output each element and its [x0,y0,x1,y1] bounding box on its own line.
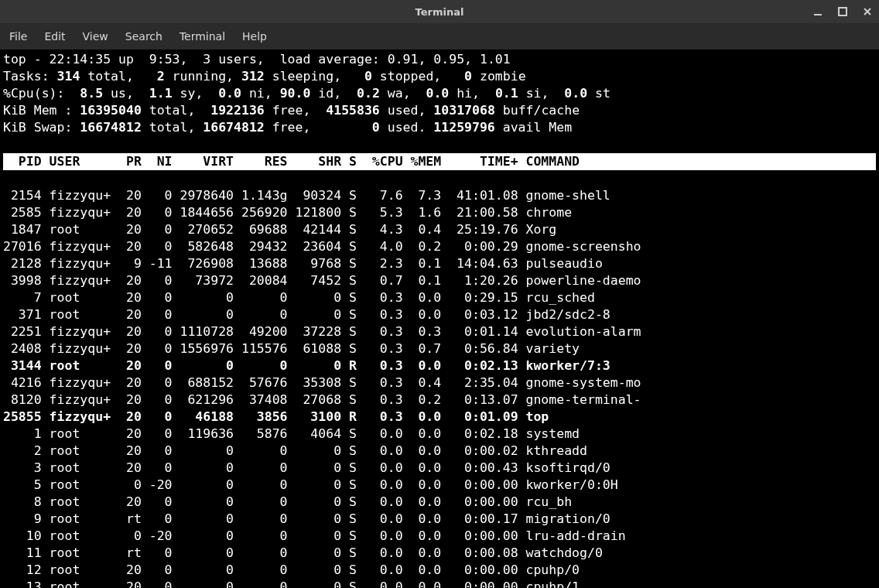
close-icon[interactable] [862,6,873,17]
process-table-header: PID USER PR NI VIRT RES SHR S %CPU %MEM … [3,153,876,170]
menu-view[interactable]: View [83,30,108,43]
process-row: 13 root 20 0 0 0 0 S 0.0 0.0 0:00.00 cpu… [3,579,580,588]
process-row: 8120 fizzyqu+ 20 0 621296 37408 27068 S … [3,392,641,407]
menu-terminal[interactable]: Terminal [180,30,225,43]
window-title: Terminal [416,6,464,18]
svg-rect-1 [839,8,847,15]
top-summary-mem: KiB Mem : 16395040 total, 1922136 free, … [3,103,580,118]
svg-rect-0 [814,14,822,15]
process-row: 2128 fizzyqu+ 9 -11 726908 13688 9768 S … [3,256,603,271]
top-summary-cpu: %Cpu(s): 8.5 us, 1.1 sy, 0.0 ni, 90.0 id… [3,86,611,101]
process-row: 3 root 20 0 0 0 0 S 0.0 0.0 0:00.43 ksof… [3,460,611,475]
menu-file[interactable]: File [9,30,27,43]
terminal-viewport[interactable]: top - 22:14:35 up 9:53, 3 users, load av… [0,50,879,588]
top-summary-line1: top - 22:14:35 up 9:53, 3 users, load av… [3,52,511,67]
minimize-icon[interactable] [812,6,823,17]
menu-search[interactable]: Search [125,30,162,43]
process-row: 2251 fizzyqu+ 20 0 1110728 49200 37228 S… [3,324,641,339]
process-row: 5 root 0 -20 0 0 0 S 0.0 0.0 0:00.00 kwo… [3,477,618,492]
process-row: 2 root 20 0 0 0 0 S 0.0 0.0 0:00.02 kthr… [3,443,587,458]
top-summary-tasks: Tasks: 314 total, 2 running, 312 sleepin… [3,69,526,84]
process-row: 1 root 20 0 119636 5876 4064 S 0.0 0.0 0… [3,426,580,441]
process-row: 12 root 20 0 0 0 0 S 0.0 0.0 0:00.00 cpu… [3,562,580,577]
process-row: 371 root 20 0 0 0 0 S 0.3 0.0 0:03.12 jb… [3,307,611,322]
top-summary-swap: KiB Swap: 16674812 total, 16674812 free,… [3,120,580,135]
process-table-body: 2154 fizzyqu+ 20 0 2978640 1.143g 90324 … [3,188,641,588]
maximize-icon[interactable] [837,6,848,17]
window-controls [812,6,873,17]
window-titlebar: Terminal [0,0,879,23]
process-row: 7 root 20 0 0 0 0 S 0.3 0.0 0:29.15 rcu_… [3,290,595,305]
process-row: 9 root rt 0 0 0 0 S 0.0 0.0 0:00.17 migr… [3,511,611,526]
process-row: 1847 root 20 0 270652 69688 42144 S 4.3 … [3,222,556,237]
process-row: 3144 root 20 0 0 0 0 R 0.3 0.0 0:02.13 k… [3,358,611,373]
process-row: 2585 fizzyqu+ 20 0 1844656 256920 121800… [3,205,572,220]
process-row: 4216 fizzyqu+ 20 0 688152 57676 35308 S … [3,375,641,390]
menu-help[interactable]: Help [242,30,267,43]
process-row: 11 root rt 0 0 0 0 S 0.0 0.0 0:00.08 wat… [3,545,603,560]
menubar: File Edit View Search Terminal Help [0,23,879,50]
process-row: 25855 fizzyqu+ 20 0 46188 3856 3100 R 0.… [3,409,549,424]
process-row: 10 root 0 -20 0 0 0 S 0.0 0.0 0:00.00 lr… [3,528,626,543]
process-row: 27016 fizzyqu+ 20 0 582648 29432 23604 S… [3,239,641,254]
process-row: 2154 fizzyqu+ 20 0 2978640 1.143g 90324 … [3,188,611,203]
process-row: 8 root 20 0 0 0 0 S 0.0 0.0 0:00.00 rcu_… [3,494,572,509]
process-row: 2408 fizzyqu+ 20 0 1556976 115576 61088 … [3,341,580,356]
process-row: 3998 fizzyqu+ 20 0 73972 20084 7452 S 0.… [3,273,641,288]
menu-edit[interactable]: Edit [44,30,65,43]
